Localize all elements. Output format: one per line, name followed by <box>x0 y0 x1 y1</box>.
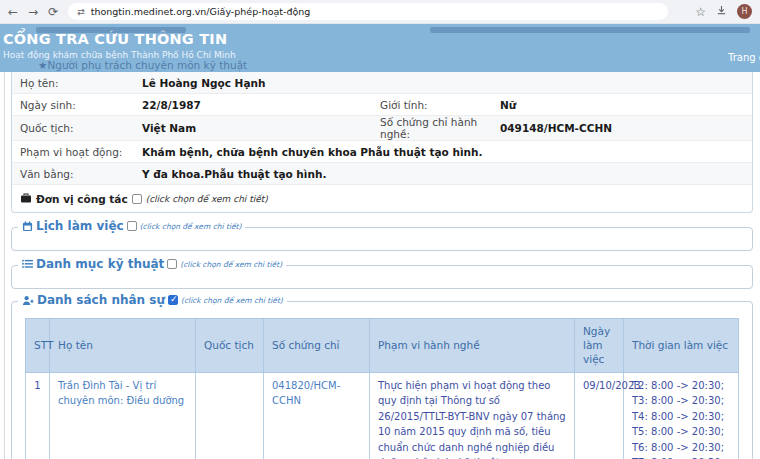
site-title: CỔNG TRA CỨU THÔNG TIN <box>3 31 760 47</box>
work-schedule-label: Lịch làm việc <box>36 219 124 233</box>
cell-work-time: T2: 8:00 -> 20:30; T3: 8:00 -> 20:30; T4… <box>624 372 739 459</box>
field-value: Việt Nam <box>142 122 380 134</box>
info-row-name: Họ tên: Lê Hoàng Ngọc Hạnh <box>12 72 752 94</box>
work-schedule-fieldset: Lịch làm việc (click chọn để xem chi tiế… <box>11 227 753 251</box>
download-icon[interactable] <box>716 5 727 18</box>
browser-toolbar: ← → ⟳ ⇄ thongtin.medinet.org.vn/Giấy-phé… <box>0 0 760 24</box>
field-label: Quốc tịch: <box>20 122 142 134</box>
technical-list-checkbox[interactable] <box>167 259 177 269</box>
col-header-work-time: Thời gian làm việc <box>624 319 739 373</box>
field-value: 22/8/1987 <box>142 99 380 111</box>
workplace-note: (click chọn để xem chi tiết) <box>146 194 268 204</box>
technical-list-fieldset: Danh mục kỹ thuật (click chọn để xem chi… <box>11 265 753 289</box>
table-row: 1 Trần Đình Tài - Vị trí chuyên môn: Điề… <box>26 372 739 459</box>
personnel-list-fieldset: Danh sách nhân sự (click chọn để xem chi… <box>11 301 753 459</box>
info-row-birth-gender: Ngày sinh: 22/8/1987 Giới tính: Nữ <box>12 94 752 116</box>
field-value: Y đa khoa.Phẫu thuật tạo hình. <box>142 168 744 180</box>
briefcase-icon <box>20 193 32 204</box>
url-text[interactable]: thongtin.medinet.org.vn/Giấy-phép-hoạt-đ… <box>91 6 311 17</box>
personnel-header-row: STT Họ tên Quốc tịch Số chứng chỉ Phạm v… <box>26 319 739 373</box>
cell-stt: 1 <box>26 372 50 459</box>
field-label: Phạm vi hoạt động: <box>20 146 142 158</box>
field-label: Ngày sinh: <box>20 99 142 111</box>
profile-avatar[interactable]: H <box>737 4 752 19</box>
col-header-stt: STT <box>26 319 50 373</box>
personnel-list-legend: Danh sách nhân sự (click chọn để xem chi… <box>18 293 287 307</box>
bookmark-star-icon[interactable]: ☆ <box>695 6 706 18</box>
info-row-degree: Văn bằng: Y đa khoa.Phẫu thuật tạo hình. <box>12 163 752 185</box>
cell-nationality <box>196 372 264 459</box>
page-content: Họ tên: Lê Hoàng Ngọc Hạnh Ngày sinh: 22… <box>4 72 760 459</box>
cell-scope: Thực hiện phạm vi hoạt động theo quy địn… <box>370 372 575 459</box>
reload-icon[interactable]: ⟳ <box>48 6 58 18</box>
work-schedule-legend: Lịch làm việc (click chọn để xem chi tiế… <box>18 219 245 233</box>
info-row-nationality-cert: Quốc tịch: Việt Nam Số chứng chỉ hành ng… <box>12 116 752 141</box>
personnel-list-label: Danh sách nhân sự <box>37 293 165 307</box>
personnel-list-note: (click chọn để xem chi tiết) <box>181 296 283 305</box>
col-header-scope: Phạm vi hành nghề <box>370 319 575 373</box>
col-header-start-date: Ngày làm việc <box>575 319 624 373</box>
info-row-workplace: Đơn vị công tác (click chọn để xem chi t… <box>12 185 752 212</box>
nav-home-link[interactable]: Trang chủ <box>728 52 760 63</box>
field-label: Giới tính: <box>380 99 500 111</box>
site-header: CỔNG TRA CỨU THÔNG TIN Hoạt động khám ch… <box>0 24 760 72</box>
technical-list-legend: Danh mục kỹ thuật (click chọn để xem chi… <box>18 257 286 271</box>
field-value: 049148/HCM-CCHN <box>500 122 744 134</box>
technical-list-label: Danh mục kỹ thuật <box>36 257 164 271</box>
ghost-text-bar <box>36 27 186 33</box>
cell-cert-link[interactable]: 041820/HCM-CCHN <box>264 372 370 459</box>
ghost-text-bar <box>430 27 750 33</box>
personnel-list-checkbox[interactable] <box>168 295 178 305</box>
person-plus-icon <box>22 295 34 306</box>
personnel-table: STT Họ tên Quốc tịch Số chứng chỉ Phạm v… <box>25 318 739 459</box>
cell-start-date: 09/10/2023 <box>575 372 624 459</box>
col-header-nationality: Quốc tịch <box>196 319 264 373</box>
cell-name-link[interactable]: Trần Đình Tài - Vị trí chuyên môn: Điều … <box>50 372 196 459</box>
field-value: Lê Hoàng Ngọc Hạnh <box>142 77 744 89</box>
field-label: Văn bằng: <box>20 168 142 180</box>
list-icon <box>22 259 33 269</box>
address-bar[interactable]: ⇄ thongtin.medinet.org.vn/Giấy-phép-hoạt… <box>68 3 668 20</box>
technical-list-note: (click chọn để xem chi tiết) <box>180 260 282 269</box>
workplace-section-label: Đơn vị công tác <box>36 193 128 205</box>
field-value: Nữ <box>500 99 744 111</box>
info-row-scope: Phạm vi hoạt động: Khám bệnh, chữa bệnh … <box>12 141 752 163</box>
field-label: Họ tên: <box>20 77 142 89</box>
field-label: Số chứng chỉ hành nghề: <box>380 116 500 140</box>
col-header-cert: Số chứng chỉ <box>264 319 370 373</box>
forward-icon[interactable]: → <box>28 6 38 18</box>
workplace-checkbox[interactable] <box>132 194 142 204</box>
field-value: Khám bệnh, chữa bệnh chuyên khoa Phẫu th… <box>142 146 744 158</box>
practitioner-info-panel: Họ tên: Lê Hoàng Ngọc Hạnh Ngày sinh: 22… <box>11 72 753 213</box>
back-icon[interactable]: ← <box>8 6 18 18</box>
col-header-name: Họ tên <box>50 319 196 373</box>
ghost-legend-text: ★Người phụ trách chuyên môn kỹ thuật <box>38 59 247 71</box>
site-info-icon[interactable]: ⇄ <box>77 7 85 17</box>
calendar-icon <box>22 221 33 232</box>
work-schedule-checkbox[interactable] <box>127 221 137 231</box>
work-schedule-note: (click chọn để xem chi tiết) <box>140 222 242 231</box>
